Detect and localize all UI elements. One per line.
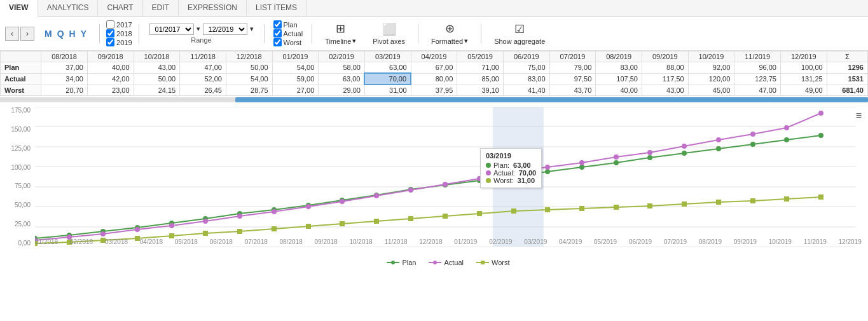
cell-actual-9[interactable]: 85,00 (457, 73, 504, 85)
formatted-label-row: Formatted ▾ (431, 37, 468, 45)
x-label-06/2018: 06/2018 (210, 238, 233, 245)
range-from-select[interactable]: 01/2017 (149, 24, 194, 35)
cell-plan-6[interactable]: 58,00 (319, 62, 365, 74)
cell-plan-11[interactable]: 79,00 (549, 62, 596, 74)
actual-dot (750, 132, 755, 137)
period-y[interactable]: Y (79, 29, 88, 39)
year-2018-checkbox[interactable] (106, 29, 114, 38)
cell-plan-5[interactable]: 54,00 (272, 62, 319, 74)
cell-worst-1[interactable]: 23,00 (87, 85, 134, 96)
cell-worst-11[interactable]: 43,70 (549, 85, 596, 96)
series-plan-checkbox[interactable] (273, 20, 282, 29)
cell-plan-4[interactable]: 50,00 (226, 62, 272, 74)
cell-plan-9[interactable]: 71,00 (457, 62, 504, 74)
cell-plan-2[interactable]: 43,00 (134, 62, 180, 74)
year-2019-checkbox[interactable] (106, 38, 114, 46)
tab-list-items[interactable]: LIST ITEMS (247, 0, 307, 16)
cell-worst-17[interactable]: 681,40 (827, 85, 867, 96)
period-q[interactable]: Q (56, 29, 65, 39)
cell-plan-1[interactable]: 40,00 (87, 62, 134, 74)
cell-worst-9[interactable]: 39,10 (457, 85, 504, 96)
svg-point-9 (391, 261, 395, 264)
chart-menu-icon[interactable]: ≡ (856, 110, 862, 121)
cell-actual-10[interactable]: 83,00 (503, 73, 549, 85)
timeline-button[interactable]: ⊞ Timeline ▾ (319, 20, 362, 46)
cell-worst-6[interactable]: 29,00 (319, 85, 365, 96)
cell-plan-16[interactable]: 100,00 (780, 62, 827, 74)
tab-chart[interactable]: CHART (98, 0, 142, 16)
period-m[interactable]: M (43, 29, 53, 39)
cell-plan-3[interactable]: 47,00 (180, 62, 226, 74)
tab-edit[interactable]: EDIT (143, 0, 179, 16)
cell-worst-0[interactable]: 20,70 (41, 85, 88, 96)
scrollbar-area[interactable] (0, 97, 868, 102)
formatted-button[interactable]: ⊕ Formatted ▾ (425, 20, 474, 46)
actual-dot (203, 219, 208, 224)
cell-actual-0[interactable]: 34,00 (41, 73, 88, 85)
scrollbar-thumb[interactable] (235, 97, 868, 102)
range-to-select[interactable]: 12/2019 (203, 24, 247, 35)
tab-view[interactable]: VIEW (0, 0, 38, 17)
tab-analytics[interactable]: ANALYTICS (38, 0, 99, 16)
series-actual-check[interactable]: Actual (273, 29, 303, 38)
cell-plan-8[interactable]: 67,00 (411, 62, 457, 74)
cell-worst-12[interactable]: 40,00 (596, 85, 642, 96)
cell-worst-4[interactable]: 28,75 (226, 85, 272, 96)
period-h[interactable]: H (68, 29, 77, 39)
series-plan-check[interactable]: Plan (273, 20, 303, 29)
cell-worst-8[interactable]: 37,95 (411, 85, 457, 96)
cell-worst-15[interactable]: 47,00 (734, 85, 781, 96)
tab-expression[interactable]: EXPRESSION (179, 0, 247, 16)
table-header: 08/201809/201810/201811/201812/201801/20… (1, 51, 868, 62)
cell-actual-12[interactable]: 107,50 (596, 73, 642, 85)
cell-actual-8[interactable]: 80,00 (411, 73, 457, 85)
actual-dot (272, 209, 277, 214)
cell-worst-16[interactable]: 49,00 (780, 85, 827, 96)
cell-plan-0[interactable]: 37,00 (41, 62, 88, 74)
timeline-label-row: Timeline ▾ (325, 37, 356, 45)
cell-plan-10[interactable]: 75,00 (503, 62, 549, 74)
cell-actual-4[interactable]: 54,00 (226, 73, 272, 85)
cell-actual-3[interactable]: 52,00 (180, 73, 226, 85)
x-label-03/2019: 03/2019 (524, 238, 547, 245)
cell-actual-14[interactable]: 120,00 (688, 73, 734, 85)
cell-actual-1[interactable]: 42,00 (87, 73, 134, 85)
series-actual-checkbox[interactable] (273, 29, 282, 38)
cell-worst-5[interactable]: 27,00 (272, 85, 319, 96)
cell-actual-6[interactable]: 63,00 (319, 73, 365, 85)
cell-actual-7[interactable]: 70,00 (364, 73, 411, 85)
year-2019-check[interactable]: 2019 (106, 38, 132, 46)
cell-actual-2[interactable]: 50,00 (134, 73, 180, 85)
nav-prev-button[interactable]: ‹ (5, 27, 19, 41)
series-worst-check[interactable]: Worst (273, 38, 303, 46)
cell-worst-7[interactable]: 31,00 (364, 85, 411, 96)
cell-worst-13[interactable]: 43,00 (642, 85, 688, 96)
cell-plan-12[interactable]: 83,00 (596, 62, 642, 74)
cell-actual-15[interactable]: 123,75 (734, 73, 781, 85)
cell-worst-2[interactable]: 24,15 (134, 85, 180, 96)
cell-plan-17[interactable]: 1296 (827, 62, 867, 74)
cell-plan-14[interactable]: 92,00 (688, 62, 734, 74)
cell-actual-11[interactable]: 97,50 (549, 73, 596, 85)
cell-plan-15[interactable]: 96,00 (734, 62, 781, 74)
tooltip-actual-row: Actual: 70,00 (486, 169, 536, 177)
legend-plan: Plan (387, 259, 416, 266)
year-2017-checkbox[interactable] (106, 20, 114, 29)
table-header-10/2018: 10/2018 (134, 51, 180, 62)
cell-actual-17[interactable]: 1531 (827, 73, 867, 85)
show-aggregate-button[interactable]: ☑ Show aggregate (488, 21, 551, 46)
cell-actual-13[interactable]: 117,50 (642, 73, 688, 85)
year-2017-check[interactable]: 2017 (106, 20, 132, 29)
cell-actual-5[interactable]: 59,00 (272, 73, 319, 85)
year-filters: 2017 2018 2019 (106, 20, 132, 46)
cell-plan-7[interactable]: 63,00 (364, 62, 411, 74)
pivot-axes-button[interactable]: ⬜ Pivot axes (366, 21, 411, 46)
cell-plan-13[interactable]: 88,00 (642, 62, 688, 74)
nav-next-button[interactable]: › (20, 27, 34, 41)
year-2018-check[interactable]: 2018 (106, 29, 132, 38)
cell-worst-3[interactable]: 26,45 (180, 85, 226, 96)
cell-actual-16[interactable]: 131,25 (780, 73, 827, 85)
cell-worst-14[interactable]: 45,00 (688, 85, 734, 96)
cell-worst-10[interactable]: 41,40 (503, 85, 549, 96)
series-worst-checkbox[interactable] (273, 38, 282, 46)
